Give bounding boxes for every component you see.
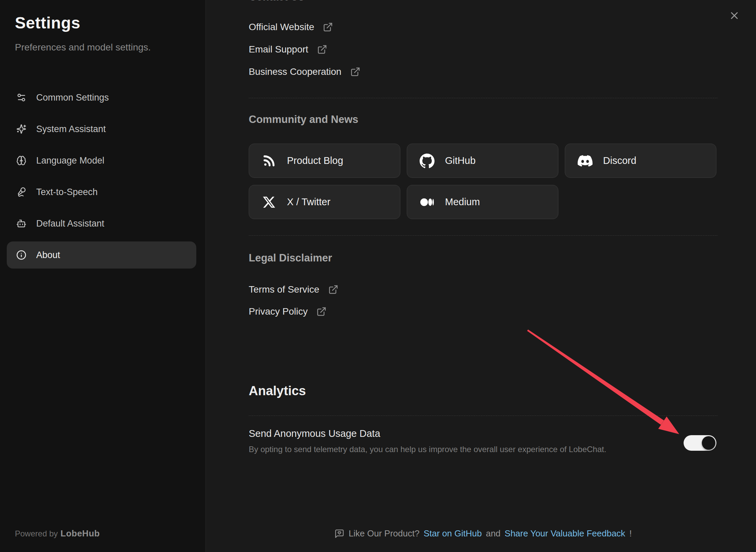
feedback-footer: Like Our Product? Star on GitHub and Sha…	[249, 528, 717, 539]
settings-content: Contact Us Official Website Email Suppor…	[206, 0, 756, 552]
x-twitter-card[interactable]: X / Twitter	[249, 185, 400, 219]
analytics-heading: Analytics	[249, 382, 306, 400]
contact-heading: Contact Us	[249, 0, 304, 4]
message-heart-icon	[334, 529, 344, 539]
footer-text: !	[629, 528, 632, 539]
discord-icon	[577, 153, 593, 168]
privacy-policy-link[interactable]: Privacy Policy	[249, 304, 327, 319]
usage-toggle[interactable]	[684, 435, 716, 451]
sidebar: Settings Preferences and model settings.…	[0, 0, 206, 552]
brain-icon	[16, 155, 27, 166]
sidebar-item-label: Default Assistant	[36, 218, 104, 229]
sidebar-nav: Common Settings System Assistant Languag…	[7, 84, 196, 273]
card-label: X / Twitter	[287, 196, 330, 208]
link-label: Privacy Policy	[249, 306, 308, 317]
terms-of-service-link[interactable]: Terms of Service	[249, 282, 338, 297]
card-label: Product Blog	[287, 155, 343, 166]
sidebar-item-text-to-speech[interactable]: Text-to-Speech	[7, 178, 196, 206]
link-label: Official Website	[249, 22, 314, 33]
sidebar-item-label: About	[36, 250, 60, 260]
sidebar-item-system-assistant[interactable]: System Assistant	[7, 115, 196, 143]
settings-modal: Settings Preferences and model settings.…	[0, 0, 756, 552]
sidebar-item-label: Text-to-Speech	[36, 187, 98, 197]
link-label: Email Support	[249, 44, 308, 55]
sidebar-item-language-model[interactable]: Language Model	[7, 147, 196, 174]
github-icon	[419, 153, 435, 168]
discord-card[interactable]: Discord	[565, 144, 716, 178]
legal-heading: Legal Disclaimer	[249, 251, 332, 265]
email-support-link[interactable]: Email Support	[249, 42, 327, 57]
sidebar-item-default-assistant[interactable]: Default Assistant	[7, 210, 196, 237]
usage-data-description: By opting to send telemetry data, you ca…	[249, 444, 606, 455]
official-website-link[interactable]: Official Website	[249, 20, 333, 35]
sidebar-item-label: Language Model	[36, 155, 104, 166]
external-link-icon	[316, 306, 327, 317]
section-divider	[249, 98, 717, 98]
sidebar-item-label: Common Settings	[36, 92, 109, 103]
info-icon	[16, 250, 27, 260]
product-blog-card[interactable]: Product Blog	[249, 144, 400, 178]
external-link-icon	[317, 44, 327, 55]
rss-icon	[261, 154, 277, 168]
star-on-github-link[interactable]: Star on GitHub	[424, 528, 482, 539]
external-link-icon	[323, 22, 333, 32]
link-label: Business Cooperation	[249, 66, 341, 77]
about-page: Contact Us Official Website Email Suppor…	[249, 0, 717, 552]
external-link-icon	[350, 67, 360, 77]
community-heading: Community and News	[249, 112, 358, 127]
x-icon	[261, 196, 277, 208]
business-cooperation-link[interactable]: Business Cooperation	[249, 64, 360, 79]
github-card[interactable]: GitHub	[407, 144, 558, 178]
powered-by: Powered byLobeHub	[15, 528, 100, 539]
section-divider	[249, 235, 717, 236]
medium-card[interactable]: Medium	[407, 185, 558, 219]
sidebar-item-common-settings[interactable]: Common Settings	[7, 84, 196, 111]
card-label: Discord	[603, 155, 636, 166]
page-title: Settings	[15, 14, 80, 32]
mic-icon	[16, 187, 27, 197]
sidebar-item-about[interactable]: About	[7, 241, 196, 269]
bot-icon	[16, 218, 27, 229]
close-button[interactable]	[727, 8, 742, 23]
footer-text: and	[486, 528, 501, 539]
external-link-icon	[328, 284, 338, 295]
page-subtitle: Preferences and model settings.	[15, 42, 151, 53]
footer-text: Like Our Product?	[349, 528, 420, 539]
card-label: Medium	[445, 196, 480, 208]
card-label: GitHub	[445, 155, 475, 166]
share-feedback-link[interactable]: Share Your Valuable Feedback	[505, 528, 625, 539]
sliders-icon	[16, 92, 27, 103]
toggle-knob	[702, 436, 715, 450]
sidebar-item-label: System Assistant	[36, 124, 106, 134]
section-divider	[249, 416, 717, 416]
close-icon	[729, 10, 740, 21]
usage-data-label: Send Anonymous Usage Data	[249, 426, 380, 441]
link-label: Terms of Service	[249, 284, 319, 295]
powered-by-label: Powered by	[15, 529, 58, 538]
lobehub-logo[interactable]: LobeHub	[61, 528, 100, 538]
medium-icon	[419, 195, 435, 209]
sparkles-icon	[16, 124, 27, 134]
